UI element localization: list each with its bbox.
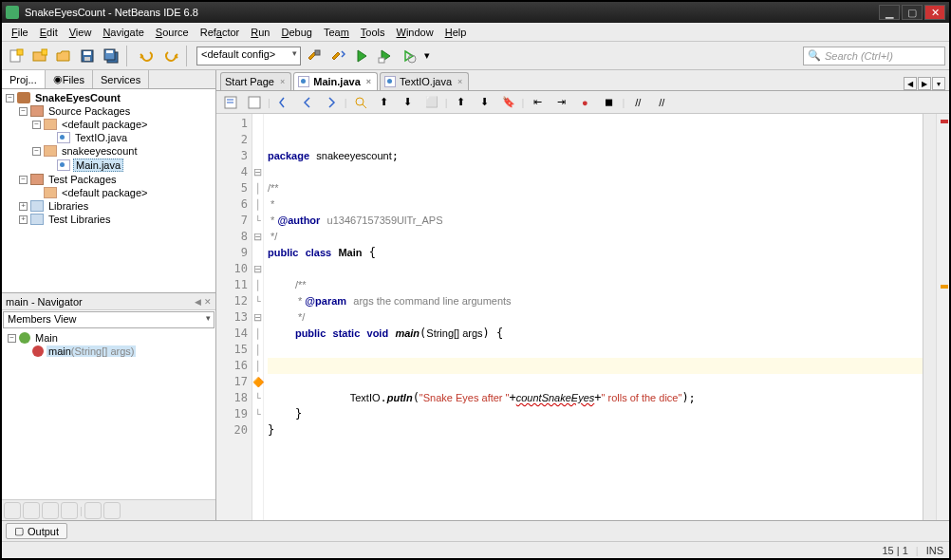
- tab-textio-java[interactable]: TextIO.java×: [380, 72, 469, 90]
- history-button[interactable]: [244, 92, 265, 113]
- navigator-tree[interactable]: −Main main(String[] args): [2, 329, 215, 499]
- tab-services[interactable]: Services: [93, 70, 149, 88]
- debug-button[interactable]: [375, 46, 396, 66]
- shift-left-button[interactable]: ⇤: [527, 92, 548, 113]
- project-tree[interactable]: −SnakeEyesCount −Source Packages −<defau…: [2, 89, 215, 292]
- menu-file[interactable]: File: [6, 25, 34, 40]
- tab-start-page[interactable]: Start Page×: [220, 72, 291, 90]
- save-button[interactable]: [77, 46, 98, 66]
- forward-button[interactable]: [321, 92, 342, 113]
- menu-edit[interactable]: Edit: [34, 25, 64, 40]
- menu-run[interactable]: Run: [245, 25, 275, 40]
- warning-marker[interactable]: [941, 285, 948, 289]
- tab-files[interactable]: ◉ Files: [46, 70, 93, 88]
- nav-method[interactable]: main(String[] args): [4, 345, 214, 358]
- tab-main-java[interactable]: Main.java×: [293, 72, 378, 90]
- menu-navigate[interactable]: Navigate: [97, 25, 149, 40]
- save-all-button[interactable]: [101, 46, 121, 66]
- new-file-button[interactable]: [6, 46, 27, 66]
- expand-toggle[interactable]: −: [32, 121, 41, 129]
- build-button[interactable]: [304, 46, 325, 66]
- fold-toggle[interactable]: ⊟: [253, 166, 262, 177]
- expand-toggle[interactable]: −: [32, 147, 41, 156]
- maximize-button[interactable]: ▢: [902, 5, 923, 20]
- nav-filter-2[interactable]: [23, 502, 40, 519]
- close-tab-icon[interactable]: ×: [278, 77, 287, 86]
- expand-toggle[interactable]: +: [19, 202, 28, 211]
- nav-filter-3[interactable]: [42, 502, 59, 519]
- toggle-highlight-button[interactable]: ⬜: [421, 92, 442, 113]
- tree-root[interactable]: −SnakeEyesCount: [2, 91, 215, 104]
- menu-help[interactable]: Help: [439, 25, 473, 40]
- tree-default-pkg[interactable]: −<default package>: [2, 118, 215, 131]
- source-view-button[interactable]: [220, 92, 241, 113]
- find-next-button[interactable]: ⬇: [398, 92, 419, 113]
- last-edit-button[interactable]: [273, 92, 294, 113]
- back-button[interactable]: [297, 92, 318, 113]
- fold-toggle[interactable]: ⊟: [253, 231, 262, 242]
- menu-refactor[interactable]: Refactor: [195, 25, 246, 40]
- open-project-button[interactable]: [53, 46, 74, 66]
- menu-window[interactable]: Window: [391, 25, 439, 40]
- comment-button[interactable]: //: [627, 92, 648, 113]
- tree-pkg[interactable]: −snakeeyescount: [2, 144, 215, 158]
- expand-toggle[interactable]: −: [19, 176, 28, 184]
- fold-column[interactable]: ⊟││└⊟⊟│└⊟│││🔶└└: [252, 114, 264, 520]
- close-tab-icon[interactable]: ×: [364, 77, 373, 86]
- tree-libs[interactable]: +Libraries: [2, 199, 215, 213]
- nav-filter-4[interactable]: [61, 502, 78, 519]
- vertical-scrollbar[interactable]: [923, 114, 936, 520]
- toggle-bookmark-button[interactable]: 🔖: [498, 92, 519, 113]
- nav-filter-5[interactable]: [84, 502, 102, 519]
- menu-view[interactable]: View: [64, 25, 98, 40]
- tab-list-button[interactable]: ▾: [932, 77, 945, 90]
- code-body[interactable]: package snakeeyescount;/** * * @author u…: [264, 114, 923, 520]
- menu-tools[interactable]: Tools: [355, 25, 391, 40]
- tree-main-java[interactable]: Main.java: [2, 158, 215, 173]
- quick-search-input[interactable]: 🔍 Search (Ctrl+I): [803, 47, 945, 65]
- run-button[interactable]: [351, 46, 372, 66]
- tree-test-default[interactable]: <default package>: [2, 186, 215, 199]
- prev-bookmark-button[interactable]: ⬆: [451, 92, 472, 113]
- minimize-button[interactable]: ▁: [879, 5, 900, 20]
- tab-prev-button[interactable]: ◀: [904, 77, 917, 90]
- tree-src[interactable]: −Source Packages: [2, 104, 215, 118]
- expand-toggle[interactable]: −: [8, 334, 16, 343]
- expand-toggle[interactable]: +: [19, 215, 28, 224]
- next-bookmark-button[interactable]: ⬇: [475, 92, 495, 113]
- close-button[interactable]: ✕: [924, 5, 945, 20]
- redo-button[interactable]: [160, 46, 181, 66]
- find-prev-button[interactable]: ⬆: [374, 92, 395, 113]
- navigator-view-combo[interactable]: Members View: [3, 311, 214, 328]
- expand-toggle[interactable]: −: [19, 107, 28, 116]
- fold-toggle[interactable]: ⊟: [253, 263, 262, 274]
- tree-textio[interactable]: TextIO.java: [2, 131, 215, 144]
- config-combo[interactable]: <default config>: [196, 47, 301, 65]
- new-project-button[interactable]: [29, 46, 50, 66]
- nav-filter-6[interactable]: [103, 502, 121, 519]
- menu-debug[interactable]: Debug: [275, 25, 317, 40]
- tab-projects[interactable]: Proj...: [2, 70, 46, 88]
- macro-stop-button[interactable]: ◼: [598, 92, 619, 113]
- nav-class[interactable]: −Main: [4, 331, 214, 345]
- code-editor[interactable]: 1234567891011121314151617181920 ⊟││└⊟⊟│└…: [216, 114, 949, 520]
- menu-source[interactable]: Source: [150, 25, 195, 40]
- error-stripe[interactable]: [936, 114, 949, 520]
- close-tab-icon[interactable]: ×: [456, 77, 464, 86]
- nav-filter-1[interactable]: [4, 502, 21, 519]
- run-dropdown[interactable]: ▾: [422, 46, 432, 66]
- tab-next-button[interactable]: ▶: [918, 77, 931, 90]
- profile-button[interactable]: [399, 46, 420, 66]
- shift-right-button[interactable]: ⇥: [550, 92, 571, 113]
- error-marker[interactable]: [941, 120, 948, 123]
- expand-toggle[interactable]: −: [6, 94, 14, 103]
- clean-build-button[interactable]: [327, 46, 348, 66]
- undo-button[interactable]: [137, 46, 158, 66]
- tree-test-libs[interactable]: +Test Libraries: [2, 213, 215, 226]
- output-tab[interactable]: ▢ Output: [6, 523, 67, 539]
- find-selection-button[interactable]: [350, 92, 371, 113]
- tree-test[interactable]: −Test Packages: [2, 173, 215, 186]
- uncomment-button[interactable]: //: [651, 92, 672, 113]
- fold-toggle[interactable]: ⊟: [253, 311, 262, 323]
- menu-team[interactable]: Team: [318, 25, 355, 40]
